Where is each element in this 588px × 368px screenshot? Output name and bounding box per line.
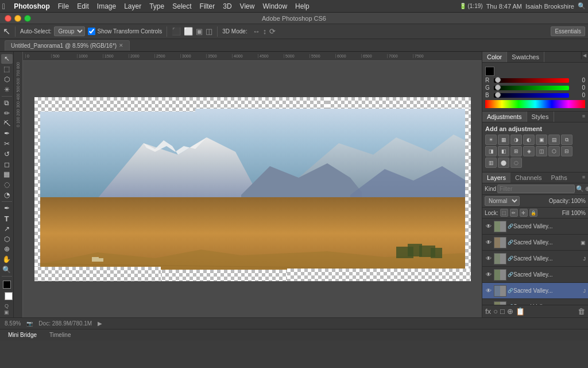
3d-icon-1[interactable]: ↔ [253,27,260,36]
show-transform-checkbox[interactable] [88,28,95,35]
hand-tool[interactable]: ✋ [1,255,13,264]
fg-swatch-display[interactable] [485,67,494,76]
r-slider[interactable] [494,78,569,83]
magic-wand-tool[interactable]: ✳ [1,85,13,94]
close-button[interactable] [5,15,11,22]
path-select[interactable]: ↗ [1,224,13,233]
layer-visibility-toggle[interactable]: 👁 [485,271,493,279]
foreground-color[interactable] [3,281,11,289]
app-name[interactable]: Photoshop [10,1,54,12]
maximize-button[interactable] [24,15,31,22]
brush-tool[interactable]: ✒ [1,129,13,139]
3d-icon-3[interactable]: ⟳ [269,27,276,36]
adj-shadow-icon[interactable]: ◌ [510,158,522,168]
lock-transparent-icon[interactable]: ⬚ [500,209,508,217]
lock-all-icon[interactable]: 🔒 [529,209,537,217]
adj-hsb-icon[interactable]: ▤ [548,135,560,145]
gradient-tool[interactable]: ▦ [1,170,13,179]
layer-visibility-toggle[interactable]: 👁 [485,287,493,295]
canvas-area[interactable]: 0 500 1000 1500 2000 2500 3000 3500 4000… [23,52,482,317]
panel-collapse-btn[interactable]: ◀ [582,52,588,59]
layers-panel-close[interactable]: ≡ [579,172,588,183]
move-tool[interactable]: ↖ [1,54,13,64]
fill-value[interactable]: 100% [571,210,586,216]
tab-close-button[interactable]: ✕ [119,43,123,48]
layer-item[interactable]: 👁🔗Sacred Valley... [482,218,588,235]
tab-layers[interactable]: Layers [482,172,510,183]
menu-edit[interactable]: Edit [73,1,93,12]
adj-colorlookup-icon[interactable]: ◈ [523,146,535,156]
essentials-button[interactable]: Essentials [551,26,585,36]
align-icon-2[interactable]: ⬜ [184,27,193,36]
adj-panel-close[interactable]: ≡ [579,112,588,122]
clone-tool[interactable]: ✂ [1,139,13,149]
apple-logo[interactable]:  [2,2,5,11]
menu-3d[interactable]: 3D [219,1,235,12]
tab-paths[interactable]: Paths [547,172,572,183]
adj-vibrance-icon[interactable]: ▣ [536,135,547,145]
align-icon-4[interactable]: ◫ [206,27,212,36]
lock-position-icon[interactable]: ✛ [520,209,528,217]
menu-image[interactable]: Image [93,1,120,12]
menu-view[interactable]: View [236,1,259,12]
crop-tool[interactable]: ⧉ [1,98,13,108]
3d-tool[interactable]: ⊕ [1,244,13,254]
3d-icon-2[interactable]: ↕ [263,27,267,36]
layers-new-icon[interactable]: ⊕ [585,185,588,193]
adj-channelmix-icon[interactable]: ⊞ [510,146,522,156]
lasso-tool[interactable]: ⬡ [1,74,13,84]
zoom-tool[interactable]: 🔍 [1,264,13,274]
adj-threshold-icon[interactable]: ⊟ [561,146,572,156]
layer-visibility-toggle[interactable]: 👁 [485,239,493,247]
adj-exposure-icon[interactable]: ◐ [523,135,535,145]
eyedropper-tool[interactable]: ✏ [1,109,13,118]
r-slider-thumb[interactable] [495,77,501,83]
canvas-content[interactable] [23,61,482,317]
layer-item[interactable]: 👁🔗Sacred Valley... [482,267,588,283]
adj-curves-icon[interactable]: ◑ [510,135,522,145]
arrow-icon[interactable]: ▶ [98,320,102,327]
menu-select[interactable]: Select [168,1,195,12]
tab-timeline[interactable]: Timeline [46,331,74,339]
color-swatches[interactable] [1,281,13,300]
color-spectrum[interactable] [485,100,585,108]
new-layer-button[interactable]: 📋 [516,307,525,316]
tool-icon[interactable]: ↖ [3,26,10,37]
shape-tool[interactable]: ⬡ [1,234,13,244]
tab-mini-bridge[interactable]: Mini Bridge [5,331,40,339]
menu-file[interactable]: File [54,1,73,12]
layer-item[interactable]: 👁🔗Sacred Valley... [482,299,588,305]
document-tab[interactable]: Untitled_Panorama1 @ 8.59% (RGB/16*) ✕ [5,40,130,51]
screen-mode[interactable]: ▣ [4,309,9,315]
adj-gradient-icon[interactable]: ▥ [485,158,497,168]
add-style-button[interactable]: fx [485,307,491,316]
background-color[interactable] [5,292,13,300]
layer-item[interactable]: 👁🔗Sacred Valley...J [482,251,588,267]
adj-colorbalance-icon[interactable]: ⧉ [561,135,572,145]
layer-visibility-toggle[interactable]: 👁 [485,223,493,231]
dodge-tool[interactable]: ◔ [1,190,13,200]
layer-item[interactable]: 👁🔗Sacred Valley...▣ [482,235,588,251]
history-brush[interactable]: ↺ [1,149,13,159]
tab-styles[interactable]: Styles [527,112,554,122]
g-slider[interactable] [494,86,569,90]
adj-bw-icon[interactable]: ◨ [485,146,497,156]
align-icon-1[interactable]: ⬛ [172,27,181,36]
b-slider-thumb[interactable] [495,92,501,98]
menu-window[interactable]: Window [258,1,291,12]
adj-levels-icon[interactable]: ▦ [498,135,509,145]
eraser-tool[interactable]: ◻ [1,159,13,169]
canvas-image[interactable] [34,97,471,281]
healing-tool[interactable]: ⛏ [1,118,13,128]
add-mask-button[interactable]: ○ [493,307,498,316]
layer-item[interactable]: 👁🔗Sacred Valley...J [482,283,588,299]
layers-filter-input[interactable] [497,185,575,193]
menu-type[interactable]: Type [145,1,168,12]
tab-swatches[interactable]: Swatches [507,52,544,62]
lock-image-icon[interactable]: ✏ [510,209,518,217]
b-slider[interactable] [494,93,569,98]
adj-posterize-icon[interactable]: ⬡ [548,146,560,156]
layer-visibility-toggle[interactable]: 👁 [485,255,493,263]
tab-adjustments[interactable]: Adjustments [482,112,527,122]
adj-photo-icon[interactable]: ◧ [498,146,509,156]
